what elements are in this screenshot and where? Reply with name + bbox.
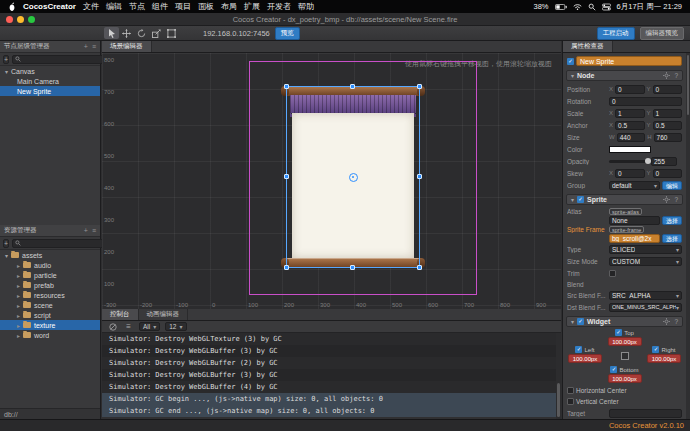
console-log-row[interactable]: Simulator: Destroy WebGLBuffer (3) by GC: [102, 369, 556, 381]
color-swatch[interactable]: [609, 146, 651, 153]
node-name-input[interactable]: New Sprite: [576, 56, 682, 66]
collapsed-caret-icon[interactable]: [17, 312, 20, 319]
tree-item-texture[interactable]: texture: [0, 320, 100, 330]
tree-item-word[interactable]: word: [0, 330, 100, 340]
create-node-button[interactable]: +: [3, 55, 9, 64]
horizontal-center-checkbox[interactable]: [567, 387, 574, 394]
node-active-checkbox[interactable]: [567, 58, 574, 65]
tree-item-prefab[interactable]: prefab: [0, 280, 100, 290]
hierarchy-search-input[interactable]: [23, 56, 111, 63]
skew-x-field[interactable]: 0: [615, 169, 644, 178]
menu-item-layout[interactable]: 布局: [221, 1, 237, 12]
rect-tool-icon[interactable]: [164, 27, 179, 39]
tab-console[interactable]: 控制台: [102, 309, 139, 320]
create-asset-button[interactable]: +: [3, 239, 9, 248]
selection-handle[interactable]: [284, 174, 289, 179]
battery-icon[interactable]: [555, 4, 567, 10]
menu-item-extension[interactable]: 扩展: [244, 1, 260, 12]
sprite-enabled-checkbox[interactable]: [577, 196, 584, 203]
scale-y-field[interactable]: 1: [653, 109, 682, 118]
selection-handle[interactable]: [284, 84, 289, 89]
collapsed-caret-icon[interactable]: [17, 322, 20, 329]
menu-item-panel[interactable]: 面板: [198, 1, 214, 12]
collapsed-caret-icon[interactable]: [17, 262, 20, 269]
apple-icon[interactable]: [8, 2, 16, 12]
help-icon[interactable]: ?: [674, 318, 678, 325]
selection-handle[interactable]: [284, 265, 289, 270]
preview-url[interactable]: 192.168.0.102:7456: [203, 29, 270, 38]
collapse-caret-icon[interactable]: [571, 318, 574, 325]
menu-item-edit[interactable]: 编辑: [106, 1, 122, 12]
scale-tool-icon[interactable]: [149, 27, 164, 39]
move-tool-icon[interactable]: [119, 27, 134, 39]
tab-animation-editor[interactable]: 动画编辑器: [139, 309, 189, 320]
font-size-dropdown[interactable]: 12: [165, 322, 186, 331]
menu-item-developer[interactable]: 开发者: [267, 1, 291, 12]
project-run-button[interactable]: 工程启动: [597, 27, 635, 40]
clear-console-icon[interactable]: [107, 322, 118, 332]
tree-item-resources[interactable]: resources: [0, 290, 100, 300]
editor-preview-button[interactable]: 编辑器预览: [640, 27, 685, 40]
rotation-field[interactable]: 0: [609, 97, 682, 106]
collapsed-caret-icon[interactable]: [17, 302, 20, 309]
gear-icon[interactable]: [663, 196, 670, 203]
menu-item-project[interactable]: 项目: [175, 1, 191, 12]
tab-scene-editor[interactable]: 场景编辑器: [102, 41, 152, 52]
control-center-icon[interactable]: [602, 3, 611, 11]
position-y-field[interactable]: 0: [653, 85, 682, 94]
collapsed-caret-icon[interactable]: [17, 282, 20, 289]
widget-left-field[interactable]: 100.00px: [568, 354, 602, 363]
sprite-section-header[interactable]: Sprite ?: [566, 194, 683, 205]
inspector-scrollbar[interactable]: [686, 53, 690, 419]
help-icon[interactable]: ?: [674, 196, 678, 203]
size-w-field[interactable]: 440: [617, 133, 646, 142]
edit-group-button[interactable]: 编辑: [662, 181, 682, 190]
expand-caret-icon[interactable]: [5, 252, 8, 259]
search-icon[interactable]: [588, 3, 596, 11]
hierarchy-menu-icon[interactable]: ≡: [92, 43, 96, 50]
console-log-row[interactable]: Simulator: GC begin ..., (js->native map…: [102, 393, 556, 405]
collapse-logs-icon[interactable]: ≡: [123, 322, 134, 332]
menu-item-component[interactable]: 组件: [152, 1, 168, 12]
wifi-icon[interactable]: [573, 3, 582, 11]
widget-right-field[interactable]: 100.00px: [647, 354, 681, 363]
widget-section-header[interactable]: Widget ?: [566, 316, 683, 327]
widget-top-checkbox[interactable]: [615, 329, 622, 336]
tree-item-audio[interactable]: audio: [0, 260, 100, 270]
anchor-y-field[interactable]: 0.5: [653, 121, 682, 130]
src-blend-dropdown[interactable]: SRC_ALPHA: [609, 291, 682, 300]
gear-icon[interactable]: [663, 318, 670, 325]
opacity-slider[interactable]: [609, 160, 649, 163]
select-tool-icon[interactable]: [104, 27, 119, 39]
selection-handle[interactable]: [417, 84, 422, 89]
tree-item-particle[interactable]: particle: [0, 270, 100, 280]
menu-item-file[interactable]: 文件: [83, 1, 99, 12]
assets-add-icon[interactable]: +: [84, 227, 88, 234]
node-section-header[interactable]: Node ?: [566, 70, 683, 81]
assets-menu-icon[interactable]: ≡: [92, 227, 96, 234]
console-log-row[interactable]: Simulator: GC end ..., (js->native map) …: [102, 405, 556, 417]
assets-search-input[interactable]: [23, 240, 111, 247]
widget-left-checkbox[interactable]: [575, 346, 582, 353]
type-dropdown[interactable]: SLICED: [609, 245, 682, 254]
tab-inspector[interactable]: 属性检查器: [563, 41, 613, 52]
tree-node-main-camera[interactable]: Main Camera: [0, 76, 100, 86]
sprite-frame-field[interactable]: bg_scroll@2x: [609, 234, 660, 243]
size-h-field[interactable]: 760: [654, 133, 683, 142]
log-level-dropdown[interactable]: All: [139, 322, 160, 331]
opacity-field[interactable]: 255: [651, 157, 677, 166]
skew-y-field[interactable]: 0: [653, 169, 682, 178]
collapsed-caret-icon[interactable]: [17, 292, 20, 299]
rotate-tool-icon[interactable]: [134, 27, 149, 39]
tree-item-scene[interactable]: scene: [0, 300, 100, 310]
position-x-field[interactable]: 0: [615, 85, 644, 94]
collapsed-caret-icon[interactable]: [17, 332, 20, 339]
preview-button[interactable]: 预览: [275, 27, 300, 40]
tree-item-script[interactable]: script: [0, 310, 100, 320]
app-menu-title[interactable]: CocosCreator: [23, 2, 76, 11]
selection-handle[interactable]: [350, 265, 355, 270]
group-dropdown[interactable]: default: [609, 181, 660, 190]
collapse-caret-icon[interactable]: [571, 72, 574, 79]
tree-node-new-sprite[interactable]: New Sprite: [0, 86, 100, 96]
atlas-field[interactable]: None: [609, 216, 660, 225]
